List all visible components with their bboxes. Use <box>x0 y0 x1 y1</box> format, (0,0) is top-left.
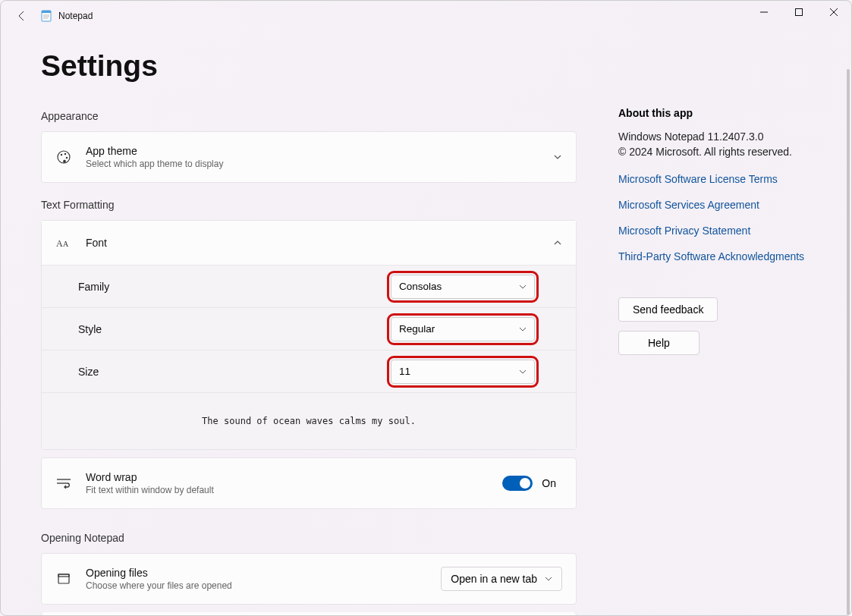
word-wrap-card: Word wrap Fit text within window by defa… <box>41 457 577 509</box>
svg-rect-17 <box>58 574 69 583</box>
font-title: Font <box>86 237 545 249</box>
chevron-up-icon <box>553 238 562 247</box>
about-product: Windows Notepad 11.2407.3.0 <box>618 130 846 145</box>
font-size-label: Size <box>78 366 391 378</box>
title-bar: Notepad <box>1 1 851 31</box>
word-wrap-toggle[interactable] <box>502 476 533 491</box>
opening-files-card: Opening files Choose where your files ar… <box>41 553 577 605</box>
word-wrap-state: On <box>542 477 556 489</box>
opening-files-title: Opening files <box>86 567 441 579</box>
svg-text:A: A <box>56 238 63 249</box>
notepad-app-icon <box>40 10 52 22</box>
chevron-down-icon <box>519 368 527 376</box>
font-style-label: Style <box>78 323 391 335</box>
help-button[interactable]: Help <box>618 331 700 355</box>
close-button[interactable] <box>816 1 851 24</box>
font-header[interactable]: AA Font <box>41 220 577 265</box>
font-size-dropdown[interactable]: 11 <box>391 360 535 384</box>
partial-card <box>41 612 577 615</box>
window-controls <box>747 1 851 24</box>
about-copyright: © 2024 Microsoft. All rights reserved. <box>618 145 846 160</box>
section-label-opening: Opening Notepad <box>41 532 577 544</box>
page-title: Settings <box>41 49 577 83</box>
app-theme-card[interactable]: App theme Select which app theme to disp… <box>41 131 577 183</box>
font-family-row: Family Consolas <box>41 265 577 307</box>
back-button[interactable] <box>7 1 37 31</box>
maximize-button[interactable] <box>781 1 816 24</box>
section-label-appearance: Appearance <box>41 110 577 122</box>
opening-files-value: Open in a new tab <box>451 573 537 585</box>
word-wrap-title: Word wrap <box>86 471 502 483</box>
app-theme-subtitle: Select which app theme to display <box>86 159 545 169</box>
open-file-icon <box>55 570 72 587</box>
word-wrap-subtitle: Fit text within window by default <box>86 485 502 495</box>
word-wrap-icon <box>55 475 72 492</box>
font-card: AA Font Family Consolas <box>41 220 577 450</box>
chevron-down-icon <box>545 575 552 583</box>
font-icon: AA <box>55 234 72 251</box>
font-family-value: Consolas <box>399 281 519 292</box>
font-style-value: Regular <box>399 323 519 335</box>
font-size-value: 11 <box>399 366 519 377</box>
opening-files-dropdown[interactable]: Open in a new tab <box>441 567 562 591</box>
send-feedback-button[interactable]: Send feedback <box>618 297 718 322</box>
svg-point-11 <box>64 153 66 155</box>
section-label-text-formatting: Text Formatting <box>41 199 577 211</box>
svg-rect-18 <box>58 574 69 577</box>
font-family-label: Family <box>78 281 391 293</box>
chevron-down-icon <box>553 152 562 162</box>
svg-rect-6 <box>796 9 803 16</box>
app-title: Notepad <box>58 11 93 21</box>
svg-rect-1 <box>42 11 51 13</box>
svg-point-10 <box>61 154 62 156</box>
chevron-down-icon <box>519 283 527 291</box>
about-title: About this app <box>618 107 846 119</box>
link-services[interactable]: Microsoft Services Agreement <box>618 199 846 211</box>
opening-files-subtitle: Choose where your files are opened <box>86 580 441 591</box>
minimize-button[interactable] <box>747 1 781 24</box>
app-theme-title: App theme <box>86 145 545 157</box>
link-privacy[interactable]: Microsoft Privacy Statement <box>618 225 846 237</box>
font-style-dropdown[interactable]: Regular <box>391 317 535 341</box>
vertical-scrollbar[interactable] <box>847 69 850 615</box>
font-style-row: Style Regular <box>41 307 577 350</box>
svg-point-12 <box>66 157 68 159</box>
font-preview: The sound of ocean waves calms my soul. <box>41 392 577 450</box>
svg-text:A: A <box>63 240 69 248</box>
font-family-dropdown[interactable]: Consolas <box>391 275 535 299</box>
font-size-row: Size 11 <box>41 350 577 392</box>
link-license[interactable]: Microsoft Software License Terms <box>618 173 846 185</box>
palette-icon <box>55 149 72 165</box>
link-third-party[interactable]: Third-Party Software Acknowledgments <box>618 250 846 262</box>
chevron-down-icon <box>519 325 527 333</box>
